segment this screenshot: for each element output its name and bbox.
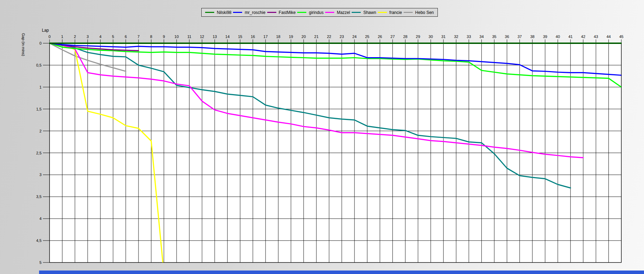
- svg-text:44: 44: [606, 35, 611, 39]
- svg-text:43: 43: [594, 35, 598, 39]
- svg-text:0: 0: [48, 35, 51, 39]
- svg-text:45: 45: [619, 35, 623, 39]
- svg-text:14: 14: [225, 35, 230, 39]
- svg-text:27: 27: [390, 35, 395, 39]
- svg-text:5: 5: [39, 260, 42, 265]
- svg-text:3: 3: [87, 35, 89, 39]
- svg-text:1: 1: [39, 85, 42, 89]
- svg-text:3,5: 3,5: [36, 195, 42, 199]
- svg-text:12: 12: [200, 35, 204, 39]
- x-tick-labels: 0123456789101112131415161718192021222324…: [48, 35, 623, 39]
- svg-text:1,5: 1,5: [36, 107, 42, 111]
- svg-text:11: 11: [187, 35, 191, 39]
- svg-text:4: 4: [39, 216, 42, 221]
- svg-text:18: 18: [276, 35, 280, 39]
- svg-text:38: 38: [530, 35, 534, 39]
- chart-window: Nilski98mr_roschieFastMikegirindusMazzel…: [0, 0, 644, 274]
- svg-text:33: 33: [467, 35, 471, 39]
- y-tick-labels: 00,511,522,533,544,55: [36, 41, 42, 265]
- svg-text:10: 10: [174, 35, 179, 39]
- svg-text:25: 25: [365, 35, 369, 39]
- svg-text:15: 15: [238, 35, 242, 39]
- svg-text:17: 17: [263, 35, 268, 39]
- svg-text:41: 41: [568, 35, 572, 39]
- svg-text:0,5: 0,5: [36, 63, 42, 67]
- svg-text:21: 21: [314, 35, 319, 39]
- svg-text:34: 34: [479, 35, 484, 39]
- svg-text:28: 28: [403, 35, 407, 39]
- svg-text:32: 32: [454, 35, 458, 39]
- svg-text:22: 22: [327, 35, 331, 39]
- svg-text:2: 2: [39, 129, 42, 133]
- svg-text:16: 16: [251, 35, 255, 39]
- svg-text:4: 4: [99, 35, 102, 39]
- svg-text:3: 3: [39, 173, 42, 177]
- svg-text:29: 29: [416, 35, 420, 39]
- svg-text:36: 36: [505, 35, 509, 39]
- svg-text:9: 9: [163, 35, 165, 39]
- svg-text:2,5: 2,5: [36, 151, 42, 155]
- svg-text:37: 37: [517, 35, 522, 39]
- svg-text:7: 7: [137, 35, 140, 39]
- gap-chart: 0123456789101112131415161718192021222324…: [0, 0, 644, 274]
- svg-text:6: 6: [125, 35, 127, 39]
- svg-text:24: 24: [352, 35, 357, 39]
- svg-text:5: 5: [112, 35, 114, 39]
- svg-text:23: 23: [340, 35, 344, 39]
- svg-text:35: 35: [492, 35, 496, 39]
- svg-text:0: 0: [39, 41, 42, 45]
- svg-text:20: 20: [301, 35, 306, 39]
- svg-text:2: 2: [74, 35, 76, 39]
- taskbar[interactable]: [39, 271, 644, 274]
- svg-text:39: 39: [543, 35, 547, 39]
- svg-text:19: 19: [289, 35, 293, 39]
- svg-text:13: 13: [212, 35, 217, 39]
- svg-text:30: 30: [429, 35, 433, 39]
- svg-text:42: 42: [581, 35, 585, 39]
- svg-text:26: 26: [378, 35, 382, 39]
- svg-text:8: 8: [150, 35, 152, 39]
- svg-text:40: 40: [556, 35, 560, 39]
- svg-text:1: 1: [61, 35, 63, 39]
- svg-text:31: 31: [441, 35, 445, 39]
- svg-text:4,5: 4,5: [36, 238, 42, 243]
